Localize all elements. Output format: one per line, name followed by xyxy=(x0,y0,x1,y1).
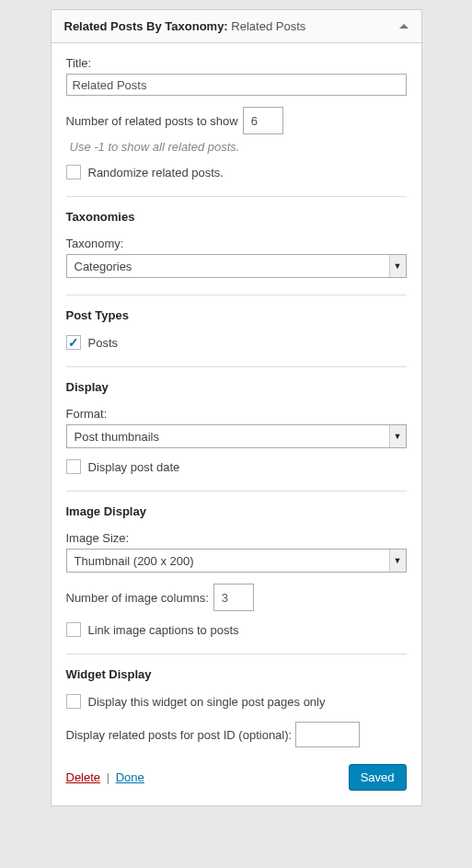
image-cols-row: Number of image columns: xyxy=(66,584,407,611)
widget-title-prefix: Related Posts By Taxonomy: xyxy=(64,19,228,33)
taxonomy-select[interactable]: Categories xyxy=(66,254,407,278)
chevron-down-icon: ▼ xyxy=(389,255,406,277)
taxonomy-select-value: Categories xyxy=(75,260,132,273)
posts-label: Posts xyxy=(88,336,119,350)
done-link[interactable]: Done xyxy=(116,770,144,784)
widget-display-heading: Widget Display xyxy=(66,667,407,681)
link-captions-checkbox[interactable] xyxy=(66,622,81,637)
display-date-label: Display post date xyxy=(88,460,180,474)
link-captions-label: Link image captions to posts xyxy=(88,623,239,637)
image-size-field-group: Image Size: Thumbnail (200 x 200) ▼ xyxy=(66,531,407,573)
display-heading: Display xyxy=(66,380,407,394)
image-cols-input[interactable] xyxy=(213,584,254,611)
image-cols-label: Number of image columns: xyxy=(66,591,209,605)
randomize-row[interactable]: Randomize related posts. xyxy=(66,165,407,179)
post-types-heading: Post Types xyxy=(66,308,407,322)
divider xyxy=(66,654,407,654)
image-size-select-value: Thumbnail (200 x 200) xyxy=(75,554,194,568)
image-size-label: Image Size: xyxy=(66,531,407,545)
taxonomy-select-wrap: Categories ▼ xyxy=(66,254,407,278)
link-separator: | xyxy=(107,770,109,784)
widget-footer: Delete | Done Saved xyxy=(66,764,407,791)
display-date-checkbox[interactable] xyxy=(66,459,81,474)
title-input[interactable] xyxy=(66,74,407,96)
randomize-label: Randomize related posts. xyxy=(88,166,224,179)
single-only-checkbox[interactable] xyxy=(66,694,81,709)
format-label: Format: xyxy=(66,407,407,421)
format-select[interactable]: Post thumbnails xyxy=(66,424,407,448)
divider xyxy=(66,491,407,492)
image-size-select-wrap: Thumbnail (200 x 200) ▼ xyxy=(66,549,407,573)
title-label: Title: xyxy=(66,56,407,70)
image-size-select[interactable]: Thumbnail (200 x 200) xyxy=(66,549,407,573)
footer-links: Delete | Done xyxy=(66,770,144,784)
taxonomies-heading: Taxonomies xyxy=(66,210,407,224)
divider xyxy=(66,295,407,295)
divider xyxy=(66,366,407,367)
widget-title: Related Posts By Taxonomy: Related Posts xyxy=(64,19,306,33)
postid-label: Display related posts for post ID (optio… xyxy=(66,728,293,742)
num-posts-row: Number of related posts to show xyxy=(66,107,407,134)
widget-header[interactable]: Related Posts By Taxonomy: Related Posts xyxy=(52,10,421,43)
title-field-group: Title: xyxy=(66,56,407,96)
link-captions-row[interactable]: Link image captions to posts xyxy=(66,622,407,637)
taxonomy-label: Taxonomy: xyxy=(66,237,407,250)
widget-title-suffix: Related Posts xyxy=(231,19,305,33)
randomize-checkbox[interactable] xyxy=(66,165,81,179)
collapse-up-icon[interactable] xyxy=(399,24,409,29)
chevron-down-icon: ▼ xyxy=(389,425,406,447)
taxonomy-field-group: Taxonomy: Categories ▼ xyxy=(66,237,407,278)
delete-link[interactable]: Delete xyxy=(66,770,101,784)
image-display-heading: Image Display xyxy=(66,504,407,518)
saved-button[interactable]: Saved xyxy=(349,764,407,791)
divider xyxy=(66,196,407,197)
posts-row[interactable]: Posts xyxy=(66,335,407,350)
posts-checkbox[interactable] xyxy=(66,335,81,350)
single-only-label: Display this widget on single post pages… xyxy=(88,695,326,709)
chevron-down-icon: ▼ xyxy=(389,550,406,572)
num-posts-label: Number of related posts to show xyxy=(66,114,238,128)
num-posts-input[interactable] xyxy=(243,107,283,134)
postid-row: Display related posts for post ID (optio… xyxy=(66,722,407,747)
format-select-wrap: Post thumbnails ▼ xyxy=(66,424,407,448)
format-field-group: Format: Post thumbnails ▼ xyxy=(66,407,407,448)
display-date-row[interactable]: Display post date xyxy=(66,459,407,474)
num-posts-desc: Use -1 to show all related posts. xyxy=(66,140,407,154)
widget-container: Related Posts By Taxonomy: Related Posts… xyxy=(51,9,422,806)
single-only-row[interactable]: Display this widget on single post pages… xyxy=(66,694,407,709)
postid-input[interactable] xyxy=(295,722,360,747)
format-select-value: Post thumbnails xyxy=(75,430,160,444)
widget-body: Title: Number of related posts to show U… xyxy=(52,43,421,805)
